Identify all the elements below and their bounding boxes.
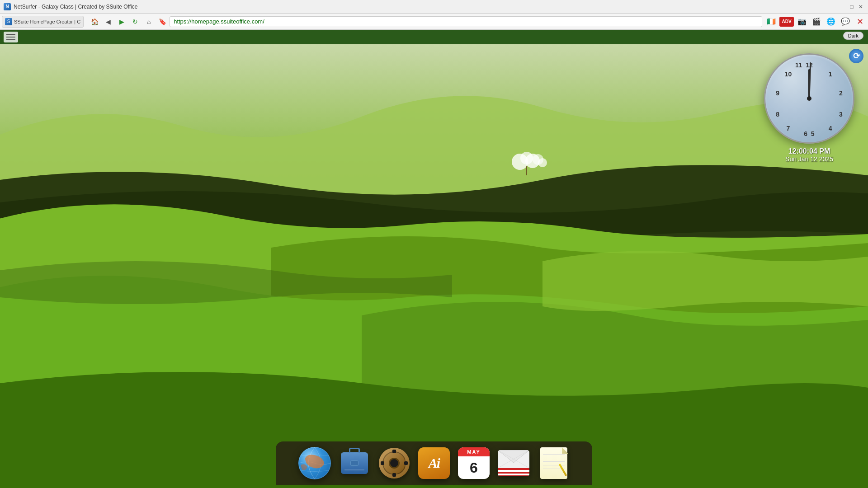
dark-mode-toggle[interactable]: Dark — [843, 32, 863, 40]
close-button[interactable]: ✕ — [857, 3, 864, 10]
window-title: NetSurfer - Galaxy Class | Created by SS… — [14, 4, 839, 10]
hamburger-menu-button[interactable] — [4, 32, 18, 42]
toolbar-close-button[interactable]: ✕ — [854, 15, 866, 28]
app-icon: N — [4, 3, 11, 10]
tab-label: SSuite HomePage Creator | C — [14, 19, 80, 24]
clock-num-11: 11 — [795, 61, 802, 69]
clock-face: 12 1 2 3 4 5 6 7 8 9 10 11 — [764, 53, 854, 144]
clock-num-4: 4 — [829, 125, 832, 132]
calendar-day: 6 — [458, 456, 490, 479]
desktop: 12 1 2 3 4 5 6 7 8 9 10 11 12:00:04 PM S… — [0, 44, 868, 488]
back-button[interactable]: ◀ — [102, 15, 114, 28]
clock-num-2: 2 — [839, 89, 843, 97]
refresh-button[interactable]: ↻ — [129, 15, 142, 28]
menu-line-2 — [6, 37, 15, 38]
dock: Ai MAY 6 — [0, 438, 868, 488]
address-bar[interactable] — [170, 16, 762, 27]
menu-line-1 — [6, 34, 15, 35]
refresh-widget-icon: ⟳ — [853, 51, 860, 61]
clock-num-5: 5 — [811, 130, 815, 137]
clock-num-6: 6 — [804, 130, 807, 137]
ai-icon-text: Ai — [429, 455, 439, 471]
new-tab-button[interactable]: ⌂ — [142, 15, 155, 28]
clock-date: Sun Jan 12 2025 — [764, 155, 854, 163]
dock-item-ai[interactable]: Ai — [416, 445, 452, 481]
dock-inner: Ai MAY 6 — [276, 441, 592, 485]
svg-rect-9 — [498, 468, 529, 470]
video-button[interactable]: 🎬 — [810, 15, 823, 28]
menu-line-3 — [6, 39, 15, 40]
adv-button[interactable]: ADV — [779, 17, 794, 27]
svg-point-5 — [538, 158, 547, 167]
svg-rect-11 — [498, 472, 529, 474]
dock-item-camera[interactable] — [376, 445, 412, 481]
screenshot-button[interactable]: 📷 — [796, 15, 808, 28]
maximize-button[interactable]: □ — [848, 3, 855, 10]
network-button[interactable]: 🌐 — [825, 15, 837, 28]
home-button[interactable]: 🏠 — [88, 15, 101, 28]
window-controls: – □ ✕ — [839, 3, 864, 10]
dock-item-notes[interactable] — [535, 445, 571, 481]
clock-widget: 12 1 2 3 4 5 6 7 8 9 10 11 12:00:04 PM S… — [764, 53, 854, 163]
right-toolbar: 🇮🇪 ADV 📷 🎬 🌐 💬 ✕ — [765, 15, 866, 28]
dock-item-globe[interactable] — [297, 445, 333, 481]
flag-icon-button[interactable]: 🇮🇪 — [765, 15, 778, 28]
bookmark-button[interactable]: 🔖 — [156, 15, 169, 28]
chat-button[interactable]: 💬 — [839, 15, 852, 28]
clock-num-3: 3 — [839, 111, 843, 118]
refresh-widget-button[interactable]: ⟳ — [849, 49, 863, 63]
clock-time: 12:00:04 PM — [764, 147, 854, 155]
title-bar: N NetSurfer - Galaxy Class | Created by … — [0, 0, 868, 14]
menu-bar — [0, 30, 868, 44]
forward-button[interactable]: ▶ — [115, 15, 128, 28]
svg-rect-13 — [498, 475, 529, 476]
dock-item-calendar[interactable]: MAY 6 — [456, 445, 492, 481]
dock-item-briefcase[interactable] — [336, 445, 373, 481]
clock-num-8: 8 — [776, 111, 779, 118]
clock-num-7: 7 — [787, 125, 790, 132]
dock-item-mail[interactable] — [495, 445, 532, 481]
dark-toggle-label: Dark — [848, 33, 859, 38]
calendar-month: MAY — [458, 447, 490, 456]
clock-num-10: 10 — [785, 70, 792, 78]
tab-favicon: S — [5, 18, 12, 25]
minimize-button[interactable]: – — [839, 3, 846, 10]
clock-center-dot — [807, 96, 811, 101]
toolbar: S SSuite HomePage Creator | C 🏠 ◀ ▶ ↻ ⌂ … — [0, 14, 868, 30]
clock-num-9: 9 — [776, 89, 779, 97]
background-image — [0, 44, 868, 488]
svg-rect-10 — [498, 470, 529, 472]
clock-num-1: 1 — [829, 70, 832, 78]
svg-rect-12 — [498, 474, 529, 475]
svg-rect-6 — [526, 166, 527, 175]
